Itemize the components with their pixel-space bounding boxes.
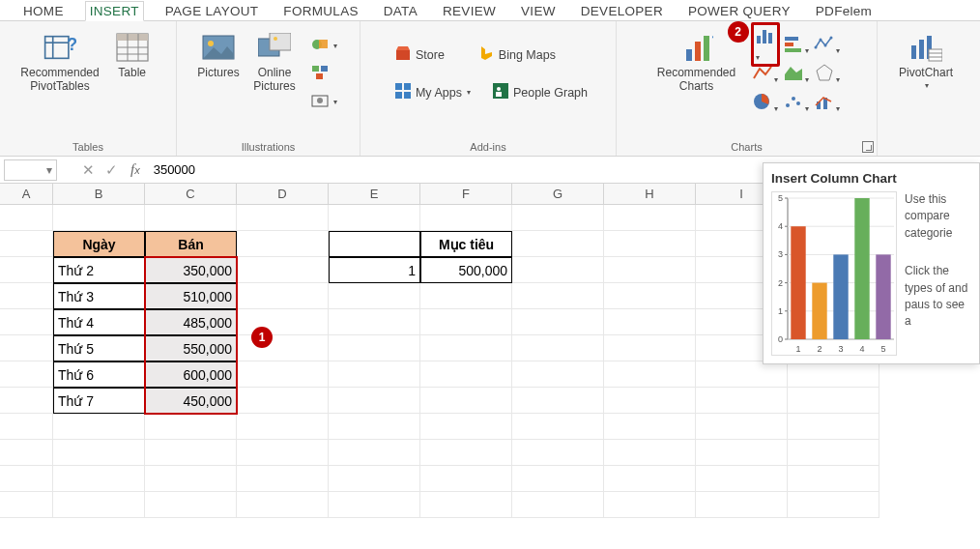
cell-F6[interactable] — [420, 335, 512, 361]
cell-G5[interactable] — [512, 309, 604, 335]
cell-E1[interactable] — [329, 205, 420, 231]
cell-J9[interactable] — [788, 414, 879, 440]
cell-A6[interactable] — [0, 335, 53, 361]
cell-E2[interactable] — [329, 231, 420, 257]
my-apps-button[interactable]: My Apps▾ — [390, 80, 475, 104]
name-box[interactable]: ▾ — [4, 159, 57, 181]
tab-power-query[interactable]: POWER QUERY — [684, 2, 794, 20]
people-graph-button[interactable]: People Graph — [488, 80, 591, 104]
recommended-pivottables-button[interactable]: ? Recommended PivotTables — [20, 31, 99, 93]
radar-chart-button[interactable]: ▾ — [814, 63, 840, 85]
cell-E6[interactable] — [329, 335, 420, 361]
cell-B7[interactable]: Thứ 6 — [53, 361, 145, 388]
cell-C11[interactable] — [145, 466, 237, 492]
smartart-button[interactable] — [307, 63, 341, 85]
cell-F1[interactable] — [420, 205, 512, 231]
cell-E10[interactable] — [329, 440, 420, 466]
cancel-formula-button[interactable]: ✕ — [76, 161, 100, 179]
cell-I10[interactable] — [696, 440, 788, 466]
tab-data[interactable]: DATA — [380, 2, 421, 20]
cell-G6[interactable] — [512, 335, 604, 361]
cell-F5[interactable] — [420, 309, 512, 335]
cell-H3[interactable] — [604, 257, 696, 283]
cell-H6[interactable] — [604, 335, 696, 361]
cell-F3[interactable]: 500,000 — [420, 257, 512, 283]
tab-insert[interactable]: INSERT — [85, 1, 144, 21]
bar-chart-button[interactable]: ▾ — [783, 34, 809, 56]
cell-G10[interactable] — [512, 440, 604, 466]
column-chart-button[interactable]: ▾ — [751, 22, 780, 67]
cell-E12[interactable] — [329, 492, 420, 518]
cell-A9[interactable] — [0, 414, 53, 440]
cell-J12[interactable] — [788, 492, 879, 518]
recommended-charts-button[interactable]: ? Recommended Charts — [652, 31, 741, 93]
cell-A12[interactable] — [0, 492, 53, 518]
cell-A10[interactable] — [0, 440, 53, 466]
cell-D3[interactable] — [237, 257, 329, 283]
cell-A1[interactable] — [0, 205, 53, 231]
cell-D7[interactable] — [237, 361, 329, 388]
cell-J7[interactable] — [788, 361, 879, 388]
cell-A5[interactable] — [0, 309, 53, 335]
cell-B11[interactable] — [53, 466, 145, 492]
col-header-C[interactable]: C — [145, 184, 237, 205]
cell-I12[interactable] — [696, 492, 788, 518]
cell-E3[interactable]: 1 — [329, 257, 420, 283]
cell-I11[interactable] — [696, 466, 788, 492]
cell-A11[interactable] — [0, 466, 53, 492]
table-button[interactable]: Table — [109, 31, 156, 79]
cell-H4[interactable] — [604, 283, 696, 309]
cell-E8[interactable] — [329, 388, 420, 414]
cell-E4[interactable] — [329, 283, 420, 309]
cell-H12[interactable] — [604, 492, 696, 518]
tab-developer[interactable]: DEVELOPER — [577, 2, 667, 20]
cell-I9[interactable] — [696, 414, 788, 440]
cell-A3[interactable] — [0, 257, 53, 283]
store-button[interactable]: Store — [390, 43, 448, 67]
col-header-A[interactable]: A — [0, 184, 53, 205]
cell-C8[interactable]: 450,000 — [145, 388, 237, 414]
stock-chart-button[interactable]: ▾ — [814, 34, 840, 56]
pie-chart-button[interactable]: ▾ — [752, 92, 778, 114]
cell-D1[interactable] — [237, 205, 329, 231]
cell-G3[interactable] — [512, 257, 604, 283]
cell-D10[interactable] — [237, 440, 329, 466]
cell-C4[interactable]: 510,000 — [145, 283, 237, 309]
bing-maps-button[interactable]: Bing Maps — [474, 43, 560, 67]
cell-G4[interactable] — [512, 283, 604, 309]
cell-G8[interactable] — [512, 388, 604, 414]
charts-dialog-launcher[interactable] — [862, 141, 874, 153]
tab-home[interactable]: HOME — [19, 2, 68, 20]
cell-D5[interactable] — [237, 309, 329, 335]
scatter-chart-button[interactable]: ▾ — [783, 92, 809, 114]
cell-C12[interactable] — [145, 492, 237, 518]
cell-F2[interactable]: Mục tiêu — [420, 231, 512, 257]
cell-F8[interactable] — [420, 388, 512, 414]
cell-D11[interactable] — [237, 466, 329, 492]
tab-formulas[interactable]: FORMULAS — [279, 2, 361, 20]
cell-B2[interactable]: Ngày — [53, 231, 145, 257]
cell-B9[interactable] — [53, 414, 145, 440]
cell-D8[interactable] — [237, 388, 329, 414]
pivotchart-button[interactable]: PivotChart ▾ — [899, 31, 953, 90]
shapes-button[interactable]: ▾ — [307, 35, 341, 57]
cell-H11[interactable] — [604, 466, 696, 492]
cell-G2[interactable] — [512, 231, 604, 257]
cell-E5[interactable] — [329, 309, 420, 335]
col-header-B[interactable]: B — [53, 184, 145, 205]
cell-H1[interactable] — [604, 205, 696, 231]
cell-B5[interactable]: Thứ 4 — [53, 309, 145, 335]
online-pictures-button[interactable]: Online Pictures — [251, 31, 298, 93]
cell-F12[interactable] — [420, 492, 512, 518]
cell-H5[interactable] — [604, 309, 696, 335]
cell-A8[interactable] — [0, 388, 53, 414]
tab-review[interactable]: REVIEW — [439, 2, 500, 20]
cell-G1[interactable] — [512, 205, 604, 231]
cell-B10[interactable] — [53, 440, 145, 466]
cell-A4[interactable] — [0, 283, 53, 309]
cell-J11[interactable] — [788, 466, 879, 492]
tab-page-layout[interactable]: PAGE LAYOUT — [161, 2, 263, 20]
cell-B3[interactable]: Thứ 2 — [53, 257, 145, 283]
cell-D9[interactable] — [237, 414, 329, 440]
cell-F10[interactable] — [420, 440, 512, 466]
